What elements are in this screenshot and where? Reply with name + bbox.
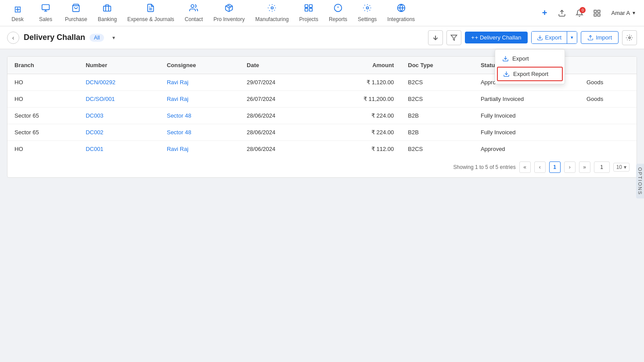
cell-consignee: Sector 48 (160, 108, 240, 124)
cell-amount: ₹ 224.00 (319, 124, 401, 141)
cell-date: 28/06/2024 (240, 141, 319, 158)
cell-amount: ₹ 11,200.00 (319, 91, 401, 108)
cell-extra: Goods (579, 74, 637, 91)
last-page-button[interactable]: » (579, 161, 590, 173)
add-icon: + (471, 34, 475, 41)
number-link[interactable]: DC003 (86, 112, 103, 119)
export-dropdown-toggle[interactable]: ▾ (567, 32, 577, 43)
consignee-link[interactable]: Ravi Raj (167, 96, 188, 102)
svg-rect-13 (305, 8, 308, 11)
banking-icon (103, 4, 112, 14)
consignee-link[interactable]: Sector 48 (167, 112, 191, 119)
col-date: Date (240, 57, 319, 74)
nav-item-sales[interactable]: Sales (32, 1, 59, 25)
first-page-button[interactable]: « (519, 161, 531, 173)
nav-item-integrations[interactable]: Integrations (383, 1, 419, 25)
svg-point-10 (271, 7, 273, 9)
import-button[interactable]: Import (581, 31, 619, 44)
number-link[interactable]: DC/SO/001 (86, 96, 115, 102)
options-tab[interactable]: OPTIONS (636, 164, 644, 199)
export-report-option[interactable]: Export Report (497, 67, 563, 81)
current-page: 1 (549, 161, 561, 173)
svg-rect-24 (598, 14, 600, 16)
nav-item-contact[interactable]: Contact (180, 1, 207, 25)
cell-status: Fully Invoiced (474, 124, 579, 141)
svg-rect-12 (309, 5, 313, 8)
page-header-right: + + Delivery Challan Export ▾ Import (428, 30, 637, 45)
svg-rect-0 (42, 5, 50, 10)
notification-button[interactable]: 0 (572, 6, 586, 20)
nav-item-settings[interactable]: Settings (353, 1, 381, 25)
svg-point-31 (629, 37, 630, 39)
nav-item-pro-inventory[interactable]: Pro Inventory (209, 1, 249, 25)
per-page-selector[interactable]: 10 ▾ (613, 163, 630, 172)
consignee-link[interactable]: Ravi Raj (167, 146, 188, 152)
sales-icon (41, 4, 50, 14)
cell-branch: HO (7, 74, 79, 91)
export-split-button: Export ▾ (531, 31, 578, 44)
cell-doc-type: B2CS (401, 91, 474, 108)
table-row: HO DC001 Ravi Raj 28/06/2024 ₹ 112.00 B2… (7, 141, 637, 158)
nav-item-projects[interactable]: Projects (295, 1, 323, 25)
page-jump-input[interactable] (594, 161, 610, 173)
cell-doc-type: B2B (401, 124, 474, 141)
cell-number: DC/SO/001 (79, 91, 160, 108)
user-menu-button[interactable]: Amar A ▼ (608, 8, 640, 18)
back-button[interactable]: ‹ (7, 32, 19, 44)
user-chevron-icon: ▼ (632, 11, 636, 15)
col-extra (579, 57, 637, 74)
nav-item-manufacturing[interactable]: Manufacturing (251, 1, 293, 25)
nav-label-projects: Projects (299, 16, 318, 22)
add-delivery-challan-button[interactable]: + + Delivery Challan (465, 32, 527, 43)
next-page-button[interactable]: › (564, 161, 576, 173)
export-option-label: Export (512, 55, 529, 62)
col-consignee: Consignee (160, 57, 240, 74)
cell-extra (579, 124, 637, 141)
prev-page-button[interactable]: ‹ (534, 161, 546, 173)
cell-date: 28/06/2024 (240, 108, 319, 124)
nav-item-reports[interactable]: Reports (324, 1, 352, 25)
cell-amount: ₹ 224.00 (319, 108, 401, 124)
cell-number: DC002 (79, 124, 160, 141)
import-export-button[interactable] (555, 6, 569, 20)
cell-doc-type: B2CS (401, 74, 474, 91)
consignee-link[interactable]: Ravi Raj (167, 79, 188, 86)
sort-button[interactable] (428, 30, 443, 45)
nav-item-purchase[interactable]: Purchase (61, 1, 92, 25)
number-link[interactable]: DC002 (86, 129, 103, 136)
filter-button[interactable] (446, 30, 461, 45)
nav-label-integrations: Integrations (387, 16, 415, 22)
svg-rect-22 (594, 10, 597, 12)
col-branch: Branch (7, 57, 79, 74)
svg-rect-4 (104, 6, 111, 11)
svg-rect-14 (309, 8, 313, 11)
export-option[interactable]: Export (495, 51, 565, 66)
col-number: Number (79, 57, 160, 74)
export-main-button[interactable]: Export (532, 32, 568, 43)
nav-item-desk[interactable]: ⊞ Desk (4, 1, 31, 25)
cell-status: Fully Invoiced (474, 108, 579, 124)
col-amount: Amount (319, 57, 401, 74)
filter-dropdown-button[interactable]: ▾ (108, 32, 119, 43)
nav-label-settings: Settings (358, 16, 377, 22)
table-settings-button[interactable] (622, 30, 637, 45)
top-navigation: ⊞ Desk Sales Purchase Banking Expense & … (0, 0, 644, 26)
grid-view-button[interactable] (590, 6, 604, 20)
svg-point-18 (366, 7, 368, 9)
pagination-info: Showing 1 to 5 of 5 entries (453, 164, 516, 170)
cell-amount: ₹ 1,120.00 (319, 74, 401, 91)
consignee-link[interactable]: Sector 48 (167, 129, 191, 136)
cell-number: DC001 (79, 141, 160, 158)
svg-point-7 (191, 5, 194, 8)
manufacturing-icon (268, 4, 277, 14)
table-row: Sector 65 DC003 Sector 48 28/06/2024 ₹ 2… (7, 108, 637, 124)
nav-item-banking[interactable]: Banking (94, 1, 121, 25)
cell-branch: Sector 65 (7, 124, 79, 141)
nav-label-pro-inventory: Pro Inventory (213, 16, 245, 22)
nav-item-expense[interactable]: Expense & Journals (123, 1, 179, 25)
projects-icon (304, 4, 313, 14)
nav-label-manufacturing: Manufacturing (255, 16, 289, 22)
number-link[interactable]: DC001 (86, 146, 103, 152)
number-link[interactable]: DCN/00292 (86, 79, 115, 86)
add-button[interactable]: + (537, 6, 551, 20)
